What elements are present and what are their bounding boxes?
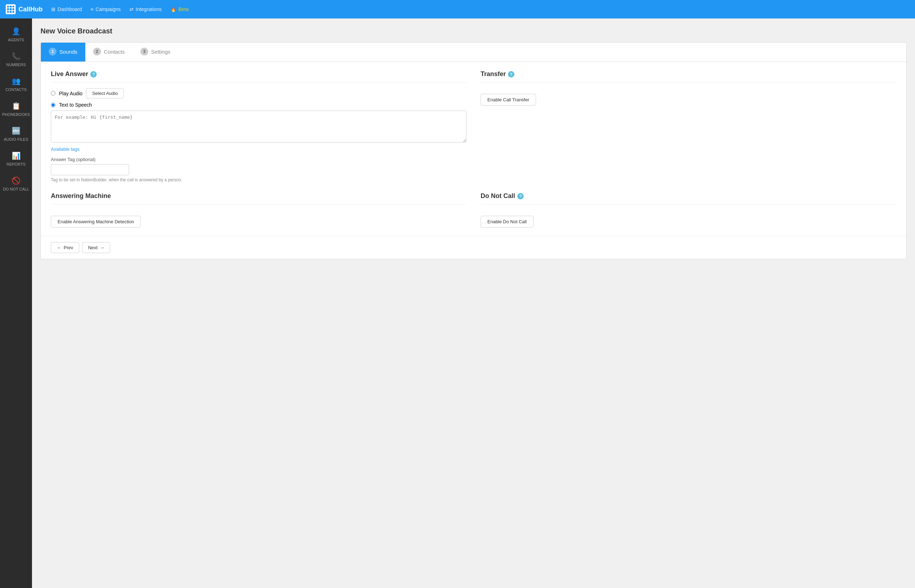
- contacts-icon: 👥: [12, 77, 21, 85]
- audio-files-icon: 🔤: [12, 126, 21, 135]
- sidebar-item-reports[interactable]: 📊 REPORTS: [0, 147, 32, 171]
- logo-text: CallHub: [18, 6, 43, 13]
- nav-dashboard[interactable]: ⊞ Dashboard: [51, 6, 82, 12]
- enable-answering-machine-button[interactable]: Enable Answering Machine Detection: [51, 216, 141, 228]
- tab-sounds-badge: 1: [49, 48, 56, 55]
- beta-icon: 🔥: [170, 6, 176, 12]
- answer-tag-label: Answer Tag (optional): [51, 157, 466, 162]
- play-audio-row: Play Audio Select Audio: [51, 88, 466, 99]
- live-answer-section: Live Answer ? Play Audio Select Audio Te…: [51, 70, 466, 183]
- tts-textarea[interactable]: [51, 111, 466, 142]
- sidebar-item-label: NUMBERS: [6, 63, 26, 67]
- lower-two-col: Answering Machine Enable Answering Machi…: [51, 192, 896, 228]
- agents-icon: 👤: [12, 27, 21, 36]
- play-audio-radio[interactable]: [51, 91, 55, 95]
- answering-machine-title: Answering Machine: [51, 192, 466, 204]
- sidebar-item-numbers[interactable]: 📞 NUMBERS: [0, 47, 32, 72]
- tab-contacts-label: Contacts: [104, 49, 125, 55]
- tab-settings[interactable]: 3 Settings: [132, 43, 178, 61]
- top-two-col: Live Answer ? Play Audio Select Audio Te…: [51, 70, 896, 183]
- tabs: 1 Sounds 2 Contacts 3 Settings: [41, 43, 906, 62]
- card-footer: ← Prev Next →: [41, 236, 906, 259]
- tab-settings-badge: 3: [140, 48, 148, 55]
- sidebar-item-phonebooks[interactable]: 📋 PHONEBOOKS: [0, 97, 32, 121]
- transfer-section: Transfer ? Enable Call Transfer: [481, 70, 896, 183]
- nav-integrations[interactable]: ⇄ Integrations: [129, 6, 162, 12]
- enable-call-transfer-button[interactable]: Enable Call Transfer: [481, 94, 536, 106]
- tab-contacts-badge: 2: [93, 48, 101, 55]
- prev-button[interactable]: ← Prev: [51, 242, 79, 253]
- sidebar-item-label: DO NOT CALL: [3, 187, 29, 191]
- sidebar-item-audio-files[interactable]: 🔤 AUDIO FILES: [0, 121, 32, 147]
- tab-contacts[interactable]: 2 Contacts: [85, 43, 132, 61]
- phonebooks-icon: 📋: [12, 102, 21, 110]
- sidebar-item-label: CONTACTS: [5, 87, 27, 92]
- text-to-speech-radio[interactable]: [51, 103, 55, 107]
- live-answer-help-icon[interactable]: ?: [90, 71, 97, 78]
- do-not-call-title: Do Not Call ?: [481, 192, 896, 204]
- campaigns-icon: ≡: [90, 6, 94, 12]
- main-content: New Voice Broadcast 1 Sounds 2 Contacts …: [32, 18, 915, 588]
- answer-tag-input[interactable]: [51, 164, 129, 175]
- logo: CallHub: [6, 4, 43, 14]
- select-audio-button[interactable]: Select Audio: [86, 88, 124, 99]
- sidebar-item-do-not-call[interactable]: 🚫 DO NOT CALL: [0, 171, 32, 196]
- tab-sounds-label: Sounds: [60, 49, 77, 55]
- do-not-call-help-icon[interactable]: ?: [517, 193, 524, 199]
- available-tags-link[interactable]: Available tags: [51, 147, 80, 152]
- next-arrow-icon: →: [100, 245, 104, 250]
- transfer-title: Transfer ?: [481, 70, 896, 82]
- do-not-call-icon: 🚫: [12, 176, 21, 185]
- text-to-speech-label[interactable]: Text to Speech: [59, 102, 92, 108]
- page-title: New Voice Broadcast: [40, 27, 907, 35]
- next-button[interactable]: Next →: [82, 242, 111, 253]
- sidebar-item-label: AUDIO FILES: [4, 137, 28, 142]
- nav-beta[interactable]: 🔥 Beta: [170, 6, 189, 12]
- answering-machine-section: Answering Machine Enable Answering Machi…: [51, 192, 466, 228]
- sidebar-item-contacts[interactable]: 👥 CONTACTS: [0, 72, 32, 97]
- do-not-call-section: Do Not Call ? Enable Do Not Call: [481, 192, 896, 228]
- main-card: 1 Sounds 2 Contacts 3 Settings: [40, 42, 907, 259]
- live-answer-title: Live Answer ?: [51, 70, 466, 82]
- sidebar-item-agents[interactable]: 👤 AGENTS: [0, 22, 32, 47]
- transfer-help-icon[interactable]: ?: [508, 71, 514, 78]
- integrations-icon: ⇄: [129, 6, 134, 12]
- sidebar: 👤 AGENTS 📞 NUMBERS 👥 CONTACTS 📋 PHONEBOO…: [0, 18, 32, 588]
- logo-icon: [6, 4, 16, 14]
- prev-arrow-icon: ←: [57, 245, 61, 250]
- sidebar-item-label: PHONEBOOKS: [2, 112, 30, 116]
- sidebar-item-label: AGENTS: [8, 38, 24, 42]
- sidebar-item-label: REPORTS: [7, 162, 26, 166]
- text-to-speech-row: Text to Speech: [51, 102, 466, 108]
- play-audio-label[interactable]: Play Audio: [59, 90, 82, 96]
- nav-campaigns[interactable]: ≡ Campaigns: [90, 6, 121, 12]
- top-nav: CallHub ⊞ Dashboard ≡ Campaigns ⇄ Integr…: [0, 0, 915, 18]
- reports-icon: 📊: [12, 152, 21, 160]
- enable-do-not-call-button[interactable]: Enable Do Not Call: [481, 216, 534, 228]
- answer-tag-hint: Tag to be set in NationBuilder, when the…: [51, 178, 466, 183]
- card-body: Live Answer ? Play Audio Select Audio Te…: [41, 62, 906, 236]
- tab-sounds[interactable]: 1 Sounds: [41, 43, 85, 61]
- dashboard-icon: ⊞: [51, 6, 55, 12]
- tab-settings-label: Settings: [151, 49, 170, 55]
- phone-icon: 📞: [12, 52, 21, 60]
